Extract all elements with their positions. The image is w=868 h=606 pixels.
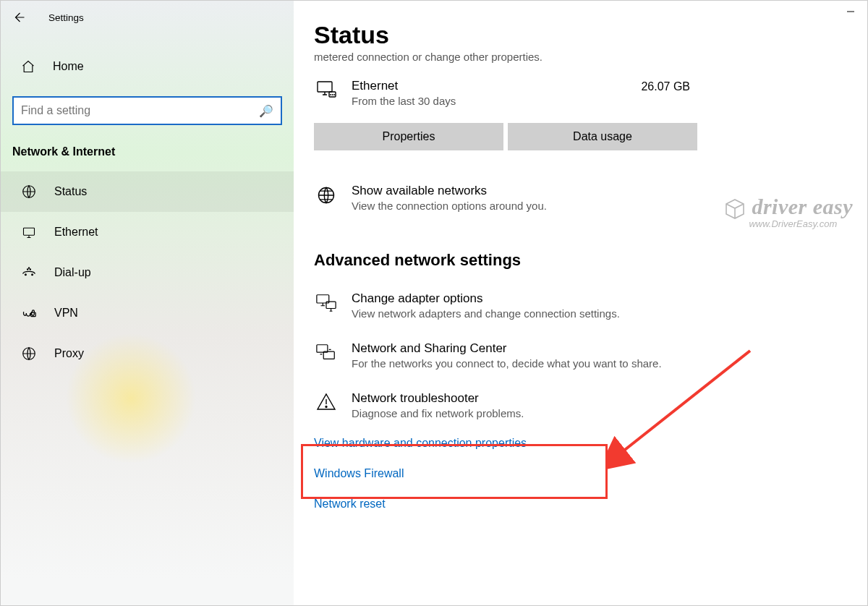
ethernet-icon	[21, 225, 37, 239]
svg-rect-1	[24, 228, 35, 235]
svg-point-18	[326, 406, 327, 408]
titlebar: Settings	[1, 8, 294, 28]
link-network-reset[interactable]: Network reset	[314, 498, 850, 511]
search-input-container[interactable]: 🔍	[12, 96, 282, 125]
vpn-icon	[21, 307, 37, 320]
ethernet-summary: Ethernet From the last 30 days 26.07 GB	[314, 79, 697, 107]
link-windows-firewall[interactable]: Windows Firewall	[314, 467, 850, 480]
settings-sidebar: Settings Home 🔍 Network & Internet Statu…	[1, 1, 294, 605]
sidebar-item-status[interactable]: Status	[1, 171, 294, 212]
sidebar-item-label: VPN	[54, 307, 78, 320]
adapter-icon	[314, 291, 339, 320]
item-sub: View network adapters and change connect…	[352, 307, 620, 320]
page-title: Status	[314, 21, 850, 49]
sidebar-item-vpn[interactable]: VPN	[1, 293, 294, 333]
svg-point-3	[32, 274, 33, 276]
dialup-icon	[21, 266, 37, 279]
monitor-network-icon	[314, 79, 339, 102]
svg-point-2	[25, 274, 27, 276]
sidebar-item-proxy[interactable]: Proxy	[1, 333, 294, 374]
item-sub: For the networks you connect to, decide …	[352, 357, 662, 370]
change-adapter-options[interactable]: Change adapter options View network adap…	[314, 291, 850, 320]
sidebar-item-label: Status	[54, 185, 87, 198]
app-title: Settings	[48, 12, 84, 23]
main-panel: Status metered connection or change othe…	[294, 1, 867, 605]
home-icon	[21, 59, 35, 74]
svg-rect-10	[318, 82, 332, 92]
sidebar-item-label: Proxy	[54, 347, 84, 360]
minimize-button[interactable]	[834, 1, 867, 22]
truncated-description: metered connection or change other prope…	[314, 51, 850, 63]
data-usage-button[interactable]: Data usage	[508, 123, 697, 150]
link-hardware-properties[interactable]: View hardware and connection properties	[314, 437, 850, 450]
svg-point-6	[28, 268, 29, 268]
item-sub: Diagnose and fix network problems.	[352, 407, 524, 419]
warning-triangle-icon	[314, 391, 339, 419]
item-title: Show available networks	[352, 184, 547, 198]
window-controls	[834, 1, 867, 22]
show-available-networks[interactable]: Show available networks View the connect…	[314, 184, 850, 212]
sharing-icon	[314, 341, 339, 370]
sidebar-home-label: Home	[53, 60, 84, 73]
network-troubleshooter[interactable]: Network troubleshooter Diagnose and fix …	[314, 391, 850, 419]
sidebar-item-label: Dial-up	[54, 266, 91, 279]
ethernet-sub: From the last 30 days	[352, 95, 697, 107]
properties-button[interactable]: Properties	[314, 123, 503, 150]
sidebar-home[interactable]: Home	[1, 46, 294, 88]
sidebar-section-label: Network & Internet	[1, 125, 294, 171]
item-title: Network and Sharing Center	[352, 341, 662, 356]
globe-icon	[314, 184, 339, 212]
svg-point-4	[27, 269, 28, 270]
svg-point-5	[30, 269, 30, 270]
back-button[interactable]	[12, 11, 25, 24]
status-icon	[21, 184, 37, 200]
item-title: Change adapter options	[352, 291, 620, 306]
search-icon: 🔍	[259, 104, 273, 118]
item-sub: View the connection options around you.	[352, 200, 547, 212]
ethernet-data-amount: 26.07 GB	[641, 80, 690, 93]
network-sharing-center[interactable]: Network and Sharing Center For the netwo…	[314, 341, 850, 370]
ethernet-buttons: Properties Data usage	[314, 123, 697, 150]
item-title: Network troubleshooter	[352, 391, 524, 406]
search-input[interactable]	[21, 104, 259, 117]
sidebar-item-ethernet[interactable]: Ethernet	[1, 212, 294, 252]
proxy-icon	[21, 346, 37, 362]
advanced-settings-header: Advanced network settings	[314, 251, 850, 270]
sidebar-item-label: Ethernet	[54, 226, 98, 239]
sidebar-item-dialup[interactable]: Dial-up	[1, 252, 294, 293]
